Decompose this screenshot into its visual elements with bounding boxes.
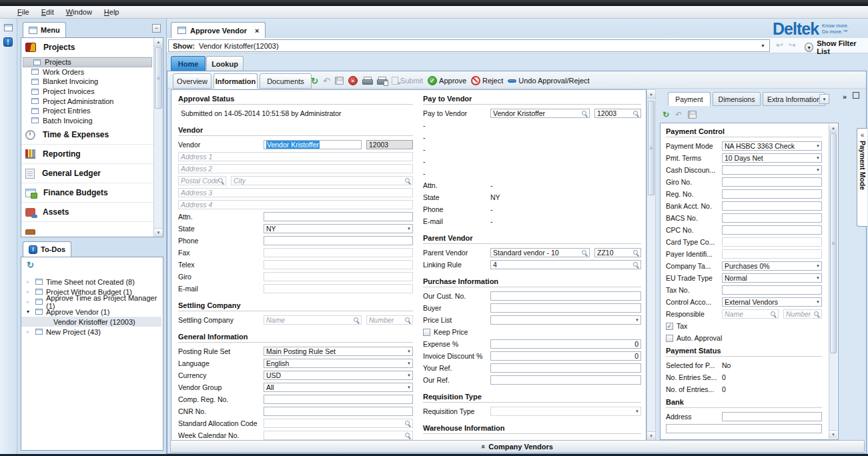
menu-window[interactable]: Window [66,8,92,16]
input-field[interactable] [264,236,413,245]
dropdown-arrow-icon[interactable]: ▼ [635,409,639,413]
input-field[interactable]: Address 4 [178,200,413,209]
select-field[interactable]: External Vendors▼ [722,297,822,307]
close-icon[interactable]: × [255,27,259,35]
input-field[interactable]: Name [722,309,779,319]
menu-panel-icon[interactable] [4,24,13,31]
menu-edit[interactable]: Edit [41,8,54,16]
search-icon[interactable] [405,421,411,427]
input-field[interactable]: Address 1 [178,152,413,161]
search-icon[interactable] [633,111,639,117]
scroll-down-icon[interactable]: ▼ [154,228,163,237]
search-icon[interactable] [582,250,588,256]
checkbox[interactable]: ✓ [666,323,673,330]
expand-icon[interactable]: ▹ [27,289,32,295]
select-field[interactable]: ▼ [490,315,641,325]
submit-button[interactable]: Submit [392,77,423,85]
scrollbar-thumb[interactable]: ≡ [155,47,162,109]
tab-information[interactable]: Information [213,73,258,89]
input-field[interactable]: 0 [490,351,641,361]
collapse-icon[interactable]: ▾ [27,309,32,315]
input-field[interactable]: 12003 [366,140,413,149]
sidebar-item-project-invoices[interactable]: Project Invoices [21,87,153,97]
input-field[interactable]: Number [366,315,413,325]
sidebar-item-blanket-invoicing[interactable]: Blanket Invoicing [21,77,153,87]
save-icon[interactable] [688,111,697,119]
dropdown-arrow-icon[interactable]: ▼ [816,144,820,148]
checkbox[interactable] [423,329,430,336]
show-filter-list-button[interactable]: ▼ Show Filter List [805,39,868,55]
panel-scrollbar[interactable]: ▲ ≡ ▼ [829,124,837,439]
input-field[interactable] [722,225,822,235]
tab-home[interactable]: Home [171,56,205,71]
input-field[interactable]: Name [264,315,362,325]
input-field[interactable] [264,284,413,293]
input-field[interactable] [722,213,822,223]
history-forward-icon[interactable]: ↪ [789,40,796,50]
todo-item-new-project[interactable]: ▹ New Project (43) [21,327,161,337]
checkbox[interactable] [666,335,673,342]
panel-expand-icon[interactable]: » [843,93,847,101]
nav-group-assets[interactable]: Assets [21,203,153,222]
nav-group-general-ledger[interactable]: General Ledger [21,164,153,183]
search-icon[interactable] [633,250,639,256]
tab-lookup[interactable]: Lookup [206,56,244,71]
undo-icon[interactable]: ↶ [675,111,682,119]
search-icon[interactable] [582,111,588,117]
input-field[interactable] [264,212,413,221]
select-field[interactable]: ▼ [722,165,822,175]
dropdown-arrow-icon[interactable]: ▼ [816,276,820,280]
todos-panel-icon[interactable]: ! [3,37,13,47]
tab-extra-information[interactable]: Extra Information [763,92,825,106]
select-field[interactable]: Normal▼ [722,273,822,283]
refresh-icon[interactable]: ↻ [311,77,318,85]
payment-mode-side-tab[interactable]: « Payment Mode [857,128,867,227]
menu-file[interactable]: File [17,8,29,16]
input-field[interactable]: 12003 [594,109,641,118]
expand-icon[interactable]: ▹ [27,299,32,305]
input-field[interactable] [264,419,413,428]
input-field[interactable] [722,412,822,421]
input-field[interactable]: Vendor Kristoffer [490,109,590,118]
search-icon[interactable] [405,178,411,184]
input-field[interactable] [722,201,822,211]
dropdown-arrow-icon[interactable]: ▼ [407,361,411,365]
scroll-down-icon[interactable]: ▼ [829,430,837,439]
history-back-icon[interactable]: ↩ [776,40,783,50]
company-vendors-bar[interactable]: « Company Vendors [170,440,865,453]
scroll-up-icon[interactable]: ▲ [154,38,163,47]
sidebar-item-projects[interactable]: Projects [23,57,152,67]
nav-group-finance-budgets[interactable]: Finance Budgets [21,183,153,203]
delete-icon[interactable]: × [348,76,358,85]
nav-group-time-expenses[interactable]: Time & Expenses [21,125,153,145]
input-field[interactable] [490,291,641,301]
refresh-icon[interactable]: ↻ [663,111,669,119]
todo-item-timesheet[interactable]: ▹ Time Sheet not Created (8) [21,277,161,287]
tab-menu[interactable]: Menu [23,22,66,37]
tab-dimensions[interactable]: Dimensions [713,92,761,106]
nav-group-projects[interactable]: Projects [21,38,153,57]
sidebar-item-batch-invoicing[interactable]: Batch Invoicing [21,116,153,126]
undo-approval-reject-button[interactable]: Undo Approval/Reject [508,77,589,85]
scroll-up-icon[interactable]: ▲ [829,124,837,133]
dropdown-arrow-icon[interactable]: ▼ [407,385,411,389]
input-field[interactable]: Address 3 [178,188,413,197]
sidebar-item-project-administration[interactable]: Project Administration [21,96,153,106]
select-field[interactable]: NY▼ [264,224,413,233]
select-field[interactable]: Main Posting Rule Set▼ [264,347,413,356]
tab-payment[interactable]: Payment [668,92,711,106]
menu-help[interactable]: Help [104,8,119,16]
expand-icon[interactable]: ▹ [27,329,32,335]
search-icon[interactable] [218,178,224,184]
input-field[interactable] [722,177,822,187]
sidebar-collapse-button[interactable]: − [152,24,161,33]
scroll-down-icon[interactable]: ▼ [647,431,655,440]
dropdown-arrow-icon[interactable]: ▼ [407,373,411,377]
save-icon[interactable] [335,77,344,85]
scrollbar-thumb[interactable]: ≡ [830,133,837,353]
select-field[interactable]: All▼ [264,383,413,392]
tab-todos[interactable]: ! To-Dos [23,241,71,257]
input-field[interactable] [490,375,641,385]
todo-item-approve-time[interactable]: ▹ Approve Time as Project Manager (1) [21,297,161,307]
select-field[interactable]: USD▼ [264,371,413,380]
